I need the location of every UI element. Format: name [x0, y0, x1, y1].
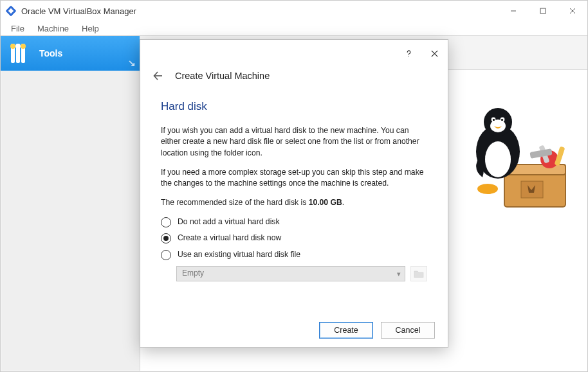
chevron-down-icon: ▾: [397, 269, 401, 279]
radio-icon: [161, 217, 171, 227]
tools-label: Tools: [39, 48, 62, 58]
cancel-button[interactable]: Cancel: [381, 322, 435, 339]
existing-disk-combo[interactable]: Empty ▾: [176, 266, 405, 281]
menubar: File Machine Help: [1, 21, 587, 35]
dialog-titlebar: [140, 40, 448, 67]
radio-option-existing[interactable]: Use an existing virtual hard disk file: [161, 249, 427, 261]
dialog-title: Create Virtual Machine: [175, 71, 270, 81]
svg-point-14: [485, 141, 511, 177]
svg-rect-3: [540, 8, 546, 13]
menu-machine[interactable]: Machine: [31, 22, 75, 35]
dialog-footer: Create Cancel: [140, 314, 448, 347]
back-button[interactable]: [152, 69, 165, 82]
tools-icon: [1, 44, 35, 63]
radio-icon: [161, 233, 171, 244]
svg-point-21: [477, 184, 498, 194]
main-window: Oracle VM VirtualBox Manager File Machin…: [0, 0, 588, 372]
window-minimize-button[interactable]: [499, 1, 528, 21]
tux-toolbox-illustration: [466, 100, 575, 216]
radio-label: Do not add a virtual hard disk: [178, 217, 280, 228]
browse-folder-button[interactable]: [410, 266, 427, 281]
menu-file[interactable]: File: [5, 22, 31, 35]
dialog-close-button[interactable]: [428, 48, 440, 59]
radio-label: Use an existing virtual hard disk file: [178, 249, 300, 261]
dialog-header: Create Virtual Machine: [140, 67, 448, 89]
menu-help[interactable]: Help: [75, 22, 106, 35]
titlebar: Oracle VM VirtualBox Manager: [1, 1, 587, 21]
svg-point-20: [501, 119, 503, 121]
radio-label: Create a virtual hard disk now: [178, 233, 281, 244]
dialog-help-button[interactable]: [403, 48, 414, 59]
combo-value: Empty: [182, 268, 204, 279]
reco-pre: The recommended size of the hard disk is: [161, 198, 309, 207]
radio-option-create[interactable]: Create a virtual hard disk now: [161, 233, 427, 244]
create-button[interactable]: Create: [319, 322, 373, 339]
window-close-button[interactable]: [558, 1, 587, 21]
reco-size: 10.00 GB: [309, 198, 342, 207]
intro-paragraph-2: If you need a more complex storage set-u…: [161, 167, 427, 190]
window-title: Oracle VM VirtualBox Manager: [21, 6, 136, 16]
virtualbox-logo-icon: [6, 6, 16, 16]
existing-disk-row: Empty ▾: [176, 266, 427, 281]
radio-option-none[interactable]: Do not add a virtual hard disk: [161, 217, 427, 228]
vm-list-pane: [1, 71, 140, 371]
create-vm-dialog: Create Virtual Machine Hard disk If you …: [140, 39, 448, 348]
window-maximize-button[interactable]: [528, 1, 558, 21]
chevron-icon: ↘: [128, 58, 136, 68]
section-heading: Hard disk: [161, 99, 427, 115]
svg-point-19: [493, 119, 495, 121]
radio-icon: [161, 250, 171, 260]
sidebar-tools-tile[interactable]: Tools ↘: [1, 36, 140, 71]
dialog-body: Hard disk If you wish you can add a virt…: [140, 89, 448, 281]
intro-paragraph-1: If you wish you can add a virtual hard d…: [161, 125, 427, 159]
recommended-size-line: The recommended size of the hard disk is…: [161, 197, 427, 209]
reco-post: .: [342, 198, 344, 207]
